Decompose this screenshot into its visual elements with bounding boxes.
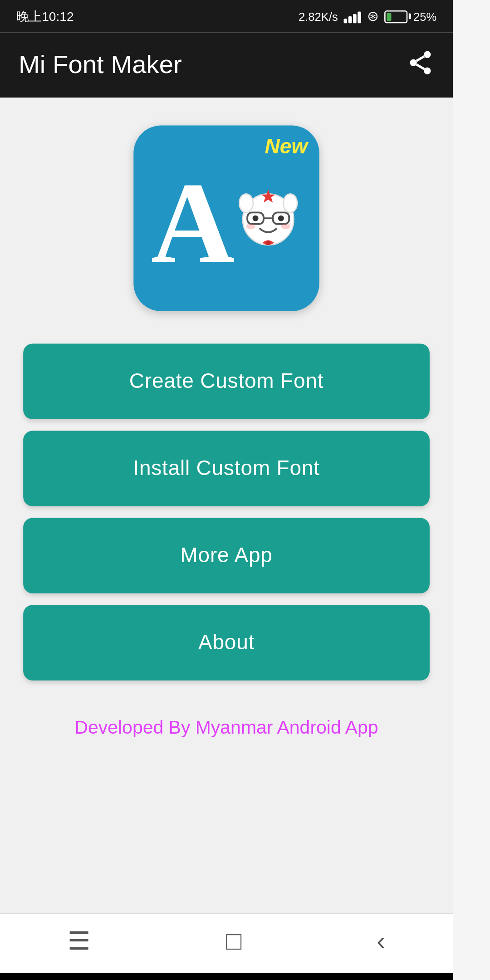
logo-letter: A bbox=[151, 166, 235, 282]
svg-point-1 bbox=[410, 59, 416, 65]
more-app-button[interactable]: More App bbox=[23, 518, 430, 593]
svg-line-3 bbox=[416, 64, 424, 69]
svg-point-2 bbox=[424, 67, 431, 74]
svg-point-11 bbox=[253, 216, 259, 221]
status-time: 晚上10:12 bbox=[16, 8, 74, 25]
create-custom-font-button[interactable]: Create Custom Font bbox=[23, 344, 430, 419]
new-badge: New bbox=[265, 135, 308, 159]
about-button[interactable]: About bbox=[23, 605, 430, 680]
network-speed: 2.82K/s bbox=[299, 10, 338, 23]
battery-percent: 25% bbox=[413, 10, 436, 23]
toolbar: Mi Font Maker bbox=[0, 33, 453, 98]
app-logo: A New bbox=[133, 125, 319, 311]
install-custom-font-button[interactable]: Install Custom Font bbox=[23, 431, 430, 506]
status-bar: 晚上10:12 2.82K/s ⊛ 25% bbox=[0, 0, 453, 33]
svg-point-14 bbox=[246, 224, 255, 230]
home-icon[interactable]: □ bbox=[226, 926, 241, 956]
wifi-icon: ⊛ bbox=[367, 8, 379, 24]
main-content: A New Create bbox=[0, 98, 453, 913]
svg-point-7 bbox=[284, 194, 298, 212]
menu-buttons: Create Custom Font Install Custom Font M… bbox=[23, 344, 430, 681]
bottom-bar bbox=[0, 973, 453, 980]
status-right: 2.82K/s ⊛ 25% bbox=[299, 8, 436, 24]
svg-point-0 bbox=[424, 50, 431, 57]
signal-icon bbox=[343, 9, 361, 23]
battery-icon: 25% bbox=[384, 10, 436, 23]
back-icon[interactable]: ‹ bbox=[377, 926, 385, 956]
svg-point-15 bbox=[281, 224, 290, 230]
svg-line-4 bbox=[416, 56, 424, 60]
mascot-icon bbox=[235, 185, 302, 252]
app-title: Mi Font Maker bbox=[19, 50, 182, 80]
dev-credit: Developed By Myanmar Android App bbox=[74, 718, 378, 739]
svg-point-16 bbox=[266, 240, 270, 245]
menu-icon[interactable]: ☰ bbox=[68, 926, 91, 956]
bottom-navigation: ☰ □ ‹ bbox=[0, 913, 453, 973]
share-icon[interactable] bbox=[407, 48, 434, 82]
svg-point-6 bbox=[239, 194, 253, 212]
svg-point-12 bbox=[278, 216, 284, 221]
